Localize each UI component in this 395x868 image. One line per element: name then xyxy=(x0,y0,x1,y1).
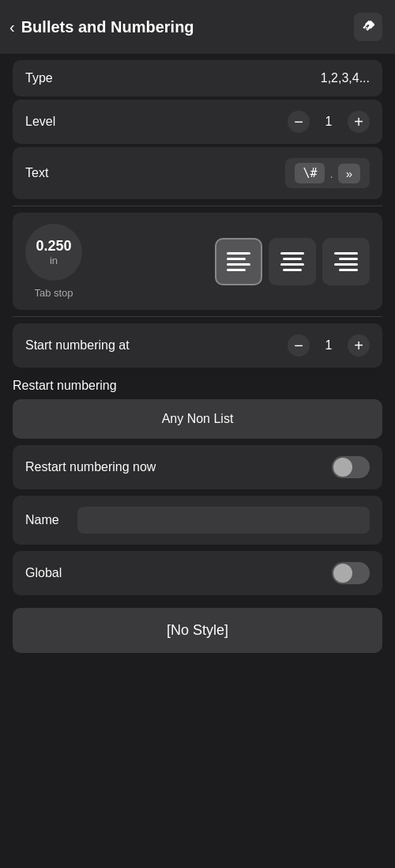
pin-button[interactable] xyxy=(354,13,382,41)
restart-numbering-label-row: Restart numbering xyxy=(0,369,395,399)
name-label: Name xyxy=(25,513,65,527)
type-label: Type xyxy=(25,71,53,85)
start-numbering-value: 1 xyxy=(322,338,335,353)
global-label: Global xyxy=(25,566,62,580)
start-numbering-label: Start numbering at xyxy=(25,338,130,353)
restart-numbering-value: Any Non List xyxy=(162,412,234,425)
align-center-icon xyxy=(280,252,304,271)
global-section: Global xyxy=(0,551,395,595)
name-row: Name xyxy=(13,496,382,545)
name-input[interactable] xyxy=(77,507,370,534)
start-numbering-increment-button[interactable]: + xyxy=(348,334,370,357)
level-label: Level xyxy=(25,115,55,129)
text-label: Text xyxy=(25,166,48,180)
level-value: 1 xyxy=(322,115,335,129)
start-numbering-section: Start numbering at − 1 + xyxy=(0,323,395,368)
no-style-label: [No Style] xyxy=(167,622,228,638)
align-left-button[interactable] xyxy=(215,238,262,285)
level-stepper: − 1 + xyxy=(288,111,370,133)
tab-stop-unit: in xyxy=(50,255,58,266)
align-left-icon xyxy=(227,252,250,271)
start-numbering-decrement-button[interactable]: − xyxy=(288,334,310,357)
align-circle-section-wrapper: 0.250 in Tab stop xyxy=(0,213,395,310)
divider-1 xyxy=(13,206,382,206)
level-increment-button[interactable]: + xyxy=(348,111,370,133)
restart-now-toggle[interactable] xyxy=(332,456,370,478)
pin-icon xyxy=(360,19,376,35)
align-right-icon xyxy=(334,252,358,271)
no-style-button[interactable]: [No Style] xyxy=(13,608,382,653)
tab-stop-value: 0.250 xyxy=(36,238,71,255)
page-title: Bullets and Numbering xyxy=(21,18,194,36)
restart-numbering-label: Restart numbering xyxy=(13,379,117,392)
restart-now-section: Restart numbering now xyxy=(0,445,395,489)
text-row: Text \# . » xyxy=(13,147,382,199)
global-toggle-knob xyxy=(333,564,352,583)
text-token-arrow: » xyxy=(338,164,360,183)
restart-now-row: Restart numbering now xyxy=(13,445,382,489)
back-button[interactable]: ‹ xyxy=(9,18,15,36)
type-row[interactable]: Type 1,2,3,4... xyxy=(13,60,382,96)
text-tokens-container[interactable]: \# . » xyxy=(285,158,370,188)
bottom-section: [No Style] xyxy=(0,608,395,666)
restart-numbering-dropdown[interactable]: Any Non List xyxy=(13,399,382,439)
global-toggle[interactable] xyxy=(332,562,370,584)
start-numbering-row: Start numbering at − 1 + xyxy=(13,323,382,368)
header: ‹ Bullets and Numbering xyxy=(0,0,395,54)
tab-stop-circle[interactable]: 0.250 in xyxy=(25,224,82,281)
restart-now-toggle-knob xyxy=(333,458,352,477)
type-section: Type 1,2,3,4... xyxy=(0,60,395,96)
global-row: Global xyxy=(13,551,382,595)
divider-2 xyxy=(13,316,382,317)
align-center-button[interactable] xyxy=(269,238,316,285)
start-numbering-stepper: − 1 + xyxy=(288,334,370,357)
header-left: ‹ Bullets and Numbering xyxy=(9,18,194,36)
tab-stop-container: 0.250 in Tab stop xyxy=(25,224,82,299)
text-token-hash: \# xyxy=(295,163,325,183)
align-buttons-group xyxy=(215,238,370,285)
name-section: Name xyxy=(0,496,395,545)
type-value: 1,2,3,4... xyxy=(321,71,370,85)
level-section: Level − 1 + xyxy=(0,100,395,144)
restart-now-label: Restart numbering now xyxy=(25,460,156,474)
align-circle-section: 0.250 in Tab stop xyxy=(13,213,382,310)
tab-stop-label: Tab stop xyxy=(34,287,73,299)
level-decrement-button[interactable]: − xyxy=(288,111,310,133)
level-row: Level − 1 + xyxy=(13,100,382,144)
text-section: Text \# . » xyxy=(0,147,395,199)
text-dot: . xyxy=(329,167,333,180)
align-right-button[interactable] xyxy=(322,238,370,285)
